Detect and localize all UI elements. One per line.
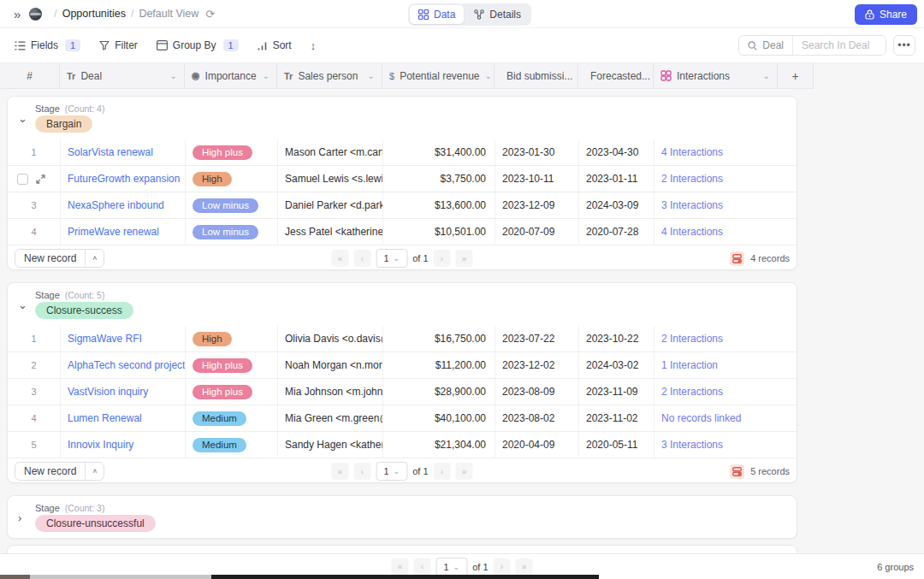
forecast-date-cell[interactable]: 2024-03-09 bbox=[579, 192, 654, 218]
forecast-date-cell[interactable]: 2023-04-30 bbox=[579, 139, 654, 165]
bid-date-cell[interactable]: 2023-07-22 bbox=[495, 326, 579, 352]
sales-person-cell[interactable]: Mia Johnson <m.johns… bbox=[278, 379, 383, 405]
interactions-cell[interactable]: 4 Interactions bbox=[654, 139, 797, 165]
revenue-cell[interactable]: $40,100.00 bbox=[383, 405, 495, 431]
importance-cell[interactable]: Medium bbox=[186, 432, 278, 458]
breadcrumb-view[interactable]: Default View bbox=[139, 8, 198, 20]
collapse-group-icon[interactable]: ⌄ bbox=[18, 112, 35, 125]
search-input[interactable] bbox=[793, 36, 886, 55]
page-select[interactable]: 1 ⌄ bbox=[376, 249, 407, 268]
revenue-cell[interactable]: $10,501.00 bbox=[383, 219, 495, 245]
interactions-cell[interactable]: 2 Interactions bbox=[654, 166, 797, 192]
row-number-cell[interactable]: 4 bbox=[8, 219, 61, 245]
importance-cell[interactable]: High bbox=[186, 326, 278, 352]
importance-cell[interactable]: Medium bbox=[186, 405, 278, 431]
deal-cell[interactable]: FutureGrowth expansion bbox=[61, 166, 186, 192]
tab-details[interactable]: Details bbox=[465, 5, 530, 24]
revenue-cell[interactable]: $13,600.00 bbox=[383, 192, 495, 218]
col-interactions[interactable]: Interactions ⌄ bbox=[654, 63, 778, 88]
page-select[interactable]: 1 ⌄ bbox=[435, 558, 467, 576]
first-page-button[interactable]: « bbox=[391, 558, 408, 576]
sales-person-cell[interactable]: Daniel Parker <d.parke… bbox=[278, 192, 383, 218]
expand-group-icon[interactable]: › bbox=[18, 511, 35, 524]
deal-cell[interactable]: Lumen Renewal bbox=[61, 405, 186, 431]
forecast-date-cell[interactable]: 2023-11-09 bbox=[579, 379, 654, 405]
filter-button[interactable]: Filter bbox=[93, 35, 144, 56]
chevron-up-icon[interactable]: ˄ bbox=[85, 463, 104, 480]
row-height-button[interactable]: ↕ bbox=[305, 35, 323, 56]
new-record-button[interactable]: New record ˄ bbox=[15, 249, 104, 268]
base-icon[interactable] bbox=[29, 8, 42, 21]
last-page-button[interactable]: » bbox=[456, 463, 473, 480]
sales-person-cell[interactable]: Sandy Hagen <katheri… bbox=[278, 432, 383, 458]
interactions-cell[interactable]: 1 Interaction bbox=[654, 352, 797, 378]
next-page-button[interactable]: › bbox=[434, 463, 451, 480]
sales-person-cell[interactable]: Samuel Lewis <s.lewis… bbox=[278, 166, 383, 192]
forecast-date-cell[interactable]: 2023-10-22 bbox=[579, 326, 654, 352]
col-bid-submission[interactable]: Bid submissi... ⌄ bbox=[495, 63, 578, 88]
col-forecasted[interactable]: Forecasted... ⌄ bbox=[578, 63, 654, 88]
interactions-cell[interactable]: 2 Interactions bbox=[654, 326, 797, 352]
row-number-cell[interactable]: 2 bbox=[8, 352, 61, 378]
bid-date-cell[interactable]: 2020-07-09 bbox=[495, 219, 579, 245]
sort-button[interactable]: Sort bbox=[252, 35, 298, 56]
importance-cell[interactable]: Low minus bbox=[186, 192, 278, 218]
deal-cell[interactable]: VastVision inquiry bbox=[61, 379, 186, 405]
bid-date-cell[interactable]: 2023-01-30 bbox=[495, 139, 579, 165]
revenue-cell[interactable]: $28,900.00 bbox=[383, 379, 495, 405]
group-by-button[interactable]: Group By 1 bbox=[151, 35, 245, 56]
row-checkbox[interactable] bbox=[17, 174, 28, 185]
importance-cell[interactable]: High plus bbox=[186, 352, 278, 378]
row-number-cell[interactable]: 4 bbox=[8, 405, 61, 431]
chevron-down-icon[interactable]: ⌄ bbox=[763, 71, 770, 80]
revenue-cell[interactable]: $11,200.00 bbox=[383, 352, 495, 378]
chevron-up-icon[interactable]: ˄ bbox=[85, 250, 104, 267]
bid-date-cell[interactable]: 2023-12-09 bbox=[495, 192, 579, 218]
col-deal[interactable]: Tr Deal ⌄ bbox=[60, 63, 185, 88]
deal-cell[interactable]: Innovix Inquiry bbox=[61, 432, 186, 458]
scrollbar-track[interactable] bbox=[30, 575, 211, 579]
col-potential-revenue[interactable]: $ Potential revenue ⌄ bbox=[382, 63, 495, 88]
importance-cell[interactable]: High plus bbox=[186, 379, 278, 405]
deal-cell[interactable]: SolarVista renewal bbox=[61, 139, 186, 165]
revenue-cell[interactable]: $16,750.00 bbox=[383, 326, 495, 352]
share-button[interactable]: Share bbox=[855, 4, 917, 25]
row-number-cell[interactable]: 1 bbox=[8, 139, 61, 165]
first-page-button[interactable]: « bbox=[331, 250, 348, 267]
sales-person-cell[interactable]: Olivia Davis <o.davis@… bbox=[278, 326, 383, 352]
importance-cell[interactable]: High plus bbox=[186, 139, 278, 165]
sidebar-expand-icon[interactable]: » bbox=[14, 7, 21, 21]
revenue-cell[interactable]: $21,304.00 bbox=[383, 432, 495, 458]
interactions-cell[interactable]: 3 Interactions bbox=[654, 192, 797, 218]
bid-date-cell[interactable]: 2023-12-02 bbox=[495, 352, 579, 378]
importance-cell[interactable]: High bbox=[186, 166, 278, 192]
group-value-badge[interactable]: Closure-success bbox=[35, 302, 133, 319]
sales-person-cell[interactable]: Jess Patel <katherine… bbox=[278, 219, 383, 245]
col-row-number[interactable]: # bbox=[0, 63, 60, 88]
bid-date-cell[interactable]: 2023-10-11 bbox=[495, 166, 579, 192]
scrollbar-thumb[interactable] bbox=[211, 575, 599, 579]
bid-date-cell[interactable]: 2020-04-09 bbox=[495, 432, 579, 458]
next-page-button[interactable]: › bbox=[494, 558, 511, 576]
chevron-down-icon[interactable]: ⌄ bbox=[368, 71, 375, 80]
row-number-cell[interactable]: 5 bbox=[8, 432, 61, 458]
prev-page-button[interactable]: ‹ bbox=[413, 558, 430, 576]
sales-person-cell[interactable]: Mason Carter <m.cart… bbox=[278, 139, 383, 165]
last-page-button[interactable]: » bbox=[516, 558, 533, 576]
refresh-icon[interactable]: ⟳ bbox=[205, 8, 215, 21]
importance-cell[interactable]: Low minus bbox=[186, 219, 278, 245]
bid-date-cell[interactable]: 2023-08-02 bbox=[495, 405, 579, 431]
horizontal-scrollbar[interactable] bbox=[0, 575, 924, 579]
breadcrumb-table[interactable]: Opportunities bbox=[62, 8, 126, 20]
expand-record-icon[interactable] bbox=[36, 174, 45, 184]
sales-person-cell[interactable]: Mia Green <m.green@… bbox=[278, 405, 383, 431]
revenue-cell[interactable]: $31,400.00 bbox=[383, 139, 495, 165]
search-field-selector[interactable]: Deal bbox=[739, 36, 793, 55]
add-field-button[interactable]: + bbox=[778, 63, 814, 88]
chevron-down-icon[interactable]: ⌄ bbox=[263, 71, 270, 80]
new-record-button[interactable]: New record ˄ bbox=[15, 462, 104, 481]
forecast-date-cell[interactable]: 2024-03-02 bbox=[579, 352, 654, 378]
interactions-cell[interactable]: 3 Interactions bbox=[654, 432, 797, 458]
next-page-button[interactable]: › bbox=[434, 250, 451, 267]
forecast-date-cell[interactable]: 2023-01-11 bbox=[579, 166, 654, 192]
